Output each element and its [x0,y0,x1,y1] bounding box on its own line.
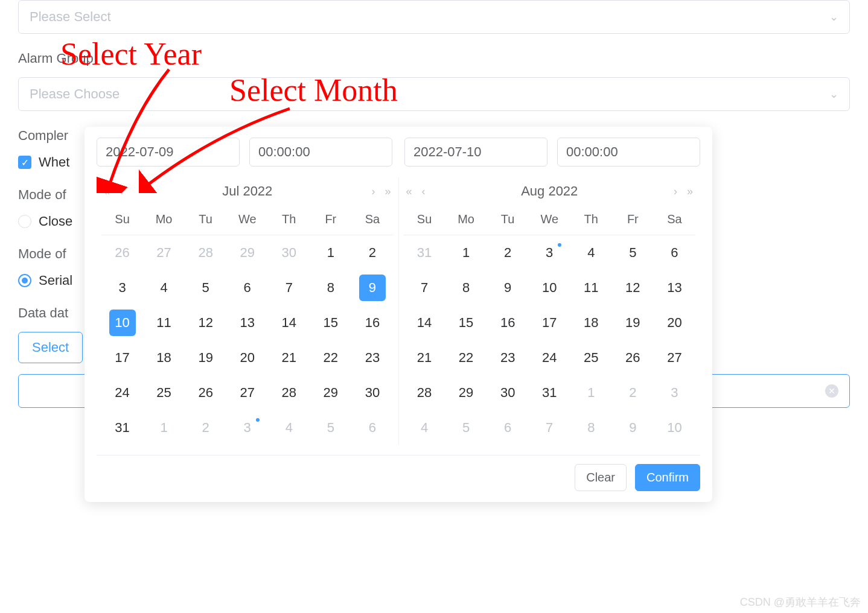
calendar-day[interactable]: 13 [226,305,268,340]
calendar-day[interactable]: 22 [310,340,351,375]
checkbox-checked-icon[interactable]: ✓ [18,156,31,169]
calendar-day[interactable]: 30 [268,235,310,270]
calendar-day[interactable]: 18 [143,340,185,375]
calendar-day[interactable]: 27 [654,340,695,375]
calendar-day[interactable]: 29 [226,235,268,270]
clear-button[interactable]: Clear [575,464,627,491]
calendar-day[interactable]: 5 [612,235,654,270]
calendar-left-title[interactable]: Jul 2022 [222,183,272,199]
next-year-icon[interactable]: » [385,185,391,198]
calendar-day[interactable]: 2 [185,410,226,445]
calendar-day[interactable]: 29 [445,375,487,410]
select-date-button[interactable]: Select [18,332,83,363]
calendar-day[interactable]: 2 [487,235,529,270]
calendar-day[interactable]: 14 [404,305,445,340]
calendar-day[interactable]: 24 [101,375,143,410]
calendar-day[interactable]: 10 [654,410,695,445]
calendar-day[interactable]: 17 [101,340,143,375]
calendar-day[interactable]: 24 [529,340,570,375]
end-date-input[interactable]: 2022-07-10 [404,138,547,167]
confirm-button[interactable]: Confirm [635,464,700,491]
next-month-icon[interactable]: › [674,185,677,198]
calendar-day[interactable]: 28 [185,235,226,270]
calendar-day[interactable]: 6 [226,270,268,305]
calendar-day[interactable]: 5 [445,410,487,445]
calendar-day[interactable]: 1 [570,375,612,410]
calendar-day[interactable]: 17 [529,305,570,340]
calendar-day[interactable]: 12 [612,270,654,305]
start-time-input[interactable]: 00:00:00 [249,138,392,167]
radio-checked-icon[interactable] [18,274,31,287]
clear-range-icon[interactable]: ✕ [825,384,838,398]
calendar-day[interactable]: 8 [445,270,487,305]
calendar-day[interactable]: 11 [143,305,185,340]
calendar-day[interactable]: 20 [226,340,268,375]
calendar-day[interactable]: 4 [404,410,445,445]
next-year-icon[interactable]: » [687,185,693,198]
calendar-day[interactable]: 29 [310,375,351,410]
calendar-day[interactable]: 15 [445,305,487,340]
calendar-day[interactable]: 14 [268,305,310,340]
calendar-day[interactable]: 1 [143,410,185,445]
prev-month-icon[interactable]: ‹ [120,185,123,198]
start-date-input[interactable]: 2022-07-09 [97,138,240,167]
calendar-day[interactable]: 6 [487,410,529,445]
calendar-day[interactable]: 6 [351,410,393,445]
calendar-day[interactable]: 3 [101,270,143,305]
calendar-day[interactable]: 2 [612,375,654,410]
calendar-day[interactable]: 3 [654,375,695,410]
calendar-day[interactable]: 9 [487,270,529,305]
calendar-day[interactable]: 21 [268,340,310,375]
prev-year-icon[interactable]: « [406,185,412,198]
calendar-day[interactable]: 25 [570,340,612,375]
prev-year-icon[interactable]: « [104,185,110,198]
calendar-day[interactable]: 7 [529,410,570,445]
calendar-day[interactable]: 16 [351,305,393,340]
top-select[interactable]: Please Select ⌄ [18,0,850,34]
calendar-day[interactable]: 27 [226,375,268,410]
calendar-day[interactable]: 23 [487,340,529,375]
calendar-day[interactable]: 8 [310,270,351,305]
calendar-day[interactable]: 7 [404,270,445,305]
calendar-day[interactable]: 26 [185,375,226,410]
calendar-day[interactable]: 13 [654,270,695,305]
calendar-day[interactable]: 4 [570,235,612,270]
calendar-day[interactable]: 11 [570,270,612,305]
radio-unchecked-icon[interactable] [18,215,31,228]
calendar-day[interactable]: 22 [445,340,487,375]
calendar-day[interactable]: 4 [268,410,310,445]
calendar-day[interactable]: 28 [404,375,445,410]
calendar-day[interactable]: 26 [612,340,654,375]
calendar-day[interactable]: 19 [185,340,226,375]
calendar-day[interactable]: 12 [185,305,226,340]
calendar-day[interactable]: 2 [351,235,393,270]
prev-month-icon[interactable]: ‹ [422,185,426,198]
calendar-day[interactable]: 23 [351,340,393,375]
calendar-day[interactable]: 31 [529,375,570,410]
next-month-icon[interactable]: › [371,185,375,198]
calendar-day[interactable]: 30 [351,375,393,410]
calendar-day[interactable]: 7 [268,270,310,305]
calendar-day[interactable]: 21 [404,340,445,375]
calendar-day[interactable]: 1 [310,235,351,270]
calendar-day[interactable]: 4 [143,270,185,305]
calendar-day[interactable]: 31 [101,410,143,445]
calendar-day[interactable]: 27 [143,235,185,270]
calendar-day[interactable]: 9 [351,270,393,305]
calendar-day[interactable]: 31 [404,235,445,270]
calendar-day[interactable]: 5 [185,270,226,305]
calendar-day[interactable]: 16 [487,305,529,340]
calendar-day[interactable]: 5 [310,410,351,445]
calendar-day[interactable]: 8 [570,410,612,445]
calendar-day[interactable]: 10 [529,270,570,305]
calendar-day[interactable]: 3 [529,235,570,270]
alarm-group-select[interactable]: Please Choose ⌄ [18,77,850,111]
calendar-day[interactable]: 25 [143,375,185,410]
calendar-day[interactable]: 19 [612,305,654,340]
calendar-day[interactable]: 10 [101,305,143,340]
calendar-day[interactable]: 15 [310,305,351,340]
end-time-input[interactable]: 00:00:00 [557,138,700,167]
calendar-day[interactable]: 9 [612,410,654,445]
calendar-right-title[interactable]: Aug 2022 [521,183,578,199]
calendar-day[interactable]: 20 [654,305,695,340]
